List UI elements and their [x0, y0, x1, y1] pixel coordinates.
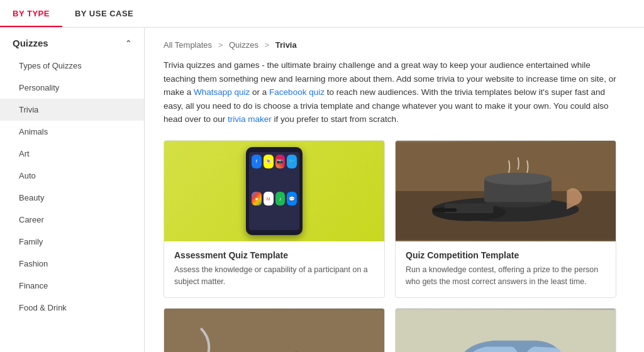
- svg-point-5: [484, 173, 552, 185]
- app-icon-messenger: 💬: [287, 192, 297, 206]
- sidebar-section-label: Quizzes: [13, 38, 48, 48]
- whatsapp-quiz-link[interactable]: Whatsapp quiz: [194, 87, 250, 97]
- sidebar-item-trivia[interactable]: Trivia: [0, 99, 144, 121]
- card-image-car: [396, 309, 616, 352]
- trivia-maker-link[interactable]: trivia maker: [228, 114, 272, 124]
- sidebar-item-art[interactable]: Art: [0, 143, 144, 165]
- sidebar-item-types-of-quizzes[interactable]: Types of Quizzes: [0, 55, 144, 77]
- app-icon-gmail: M: [264, 192, 274, 206]
- sidebar: Quizzes ⌃ Types of Quizzes Personality T…: [0, 28, 145, 352]
- health-svg: [164, 309, 384, 352]
- desc-text-end: if you prefer to start from scratch.: [272, 114, 399, 124]
- card-title-competition: Quiz Competition Template: [406, 250, 606, 260]
- svg-rect-9: [164, 311, 384, 352]
- sidebar-item-auto[interactable]: Auto: [0, 165, 144, 187]
- sidebar-item-beauty[interactable]: Beauty: [0, 187, 144, 209]
- breadcrumb-current: Trivia: [275, 40, 297, 50]
- facebook-quiz-link[interactable]: Facebook quiz: [269, 87, 325, 97]
- main-layout: Quizzes ⌃ Types of Quizzes Personality T…: [0, 28, 644, 352]
- sidebar-item-food-drink[interactable]: Food & Drink: [0, 297, 144, 319]
- app-icon-instagram: 📷: [275, 155, 286, 168]
- sidebar-section-quizzes[interactable]: Quizzes ⌃: [0, 28, 144, 55]
- card-image-phone: f 👻 📷 🐦 ● M ♪ 💬: [164, 141, 384, 241]
- content-area: All Templates > Quizzes > Trivia Trivia …: [145, 28, 644, 352]
- sidebar-item-animals[interactable]: Animals: [0, 121, 144, 143]
- card-image-health: [164, 309, 384, 352]
- breadcrumb-sep-2: >: [265, 40, 272, 50]
- cards-grid: f 👻 📷 🐦 ● M ♪ 💬 Assessment Quiz Template: [164, 140, 616, 352]
- cooking-svg: [396, 141, 616, 241]
- card-health[interactable]: [164, 308, 385, 352]
- tab-by-type[interactable]: BY TYPE: [0, 0, 62, 27]
- app-icon-snapchat: 👻: [264, 155, 274, 168]
- car-svg: [396, 309, 616, 352]
- breadcrumb-quizzes[interactable]: Quizzes: [229, 40, 258, 50]
- breadcrumb: All Templates > Quizzes > Trivia: [164, 40, 625, 50]
- card-body-assessment: Assessment Quiz Template Assess the know…: [164, 241, 384, 298]
- top-navigation: BY TYPE BY USE CASE: [0, 0, 644, 28]
- card-title-assessment: Assessment Quiz Template: [174, 250, 374, 260]
- breadcrumb-sep-1: >: [218, 40, 225, 50]
- phone-mockup: f 👻 📷 🐦 ● M ♪ 💬: [246, 147, 303, 235]
- sidebar-item-personality[interactable]: Personality: [0, 77, 144, 99]
- card-image-cooking: [396, 141, 616, 241]
- app-icon-spotify: ♪: [275, 192, 286, 206]
- card-desc-assessment: Assess the knowledge or capability of a …: [174, 264, 374, 288]
- sidebar-item-fashion[interactable]: Fashion: [0, 253, 144, 275]
- chevron-up-icon: ⌃: [125, 39, 131, 48]
- card-body-competition: Quiz Competition Template Run a knowledg…: [396, 241, 616, 298]
- app-icon-facebook: f: [252, 155, 262, 168]
- app-icon-chrome: ●: [252, 192, 262, 206]
- page-description: Trivia quizzes and games - the ultimate …: [164, 58, 616, 126]
- card-desc-competition: Run a knowledge contest, offering a priz…: [406, 264, 606, 288]
- card-car[interactable]: [395, 308, 616, 352]
- svg-rect-8: [432, 208, 457, 212]
- sidebar-item-career[interactable]: Career: [0, 209, 144, 231]
- app-icon-twitter: 🐦: [287, 155, 297, 168]
- sidebar-item-family[interactable]: Family: [0, 231, 144, 253]
- sidebar-item-finance[interactable]: Finance: [0, 275, 144, 297]
- desc-text-mid1: or a: [250, 87, 269, 97]
- phone-screen: f 👻 📷 🐦 ● M ♪ 💬: [249, 152, 299, 230]
- card-quiz-competition[interactable]: Quiz Competition Template Run a knowledg…: [395, 140, 616, 299]
- tab-by-use-case[interactable]: BY USE CASE: [62, 0, 146, 27]
- card-assessment-quiz[interactable]: f 👻 📷 🐦 ● M ♪ 💬 Assessment Quiz Template: [164, 140, 385, 299]
- breadcrumb-all-templates[interactable]: All Templates: [164, 40, 212, 50]
